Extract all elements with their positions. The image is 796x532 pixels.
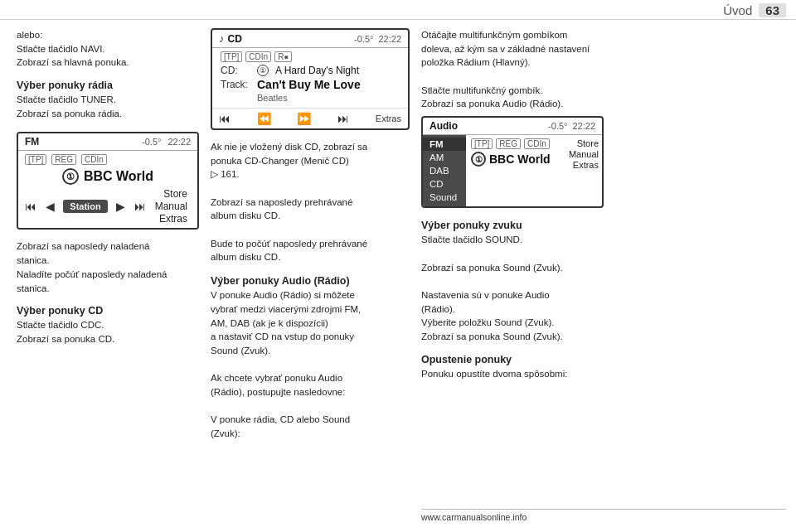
- cd-tag-r: R●: [274, 51, 292, 62]
- page-number: 63: [759, 3, 786, 17]
- fm-widget-header: FM -0.5° 22:22: [18, 133, 197, 151]
- cd-tag-tp: [TP]: [221, 51, 242, 62]
- fm-menu-extras[interactable]: Extras: [155, 213, 187, 225]
- audio-right-store[interactable]: Store: [569, 138, 599, 148]
- audio-time: 22:22: [572, 121, 595, 131]
- cd-value: A Hard Day's Night: [275, 65, 359, 76]
- cd-time: 22:22: [378, 34, 401, 44]
- fm-tags: [TP] REG CDIn: [25, 154, 191, 165]
- audio-right-manual[interactable]: Manual: [569, 149, 599, 159]
- fm-station-num: ①: [62, 168, 79, 185]
- cd-extras-btn[interactable]: Extras: [376, 114, 401, 123]
- fm-tag-reg: REG: [51, 154, 76, 165]
- intro-text-left: alebo: Stlačte tlačidlo NAVI. Zobrazí sa…: [17, 28, 199, 70]
- cd-section: Výber ponuky CD Stlačte tlačidlo CDC. Zo…: [17, 303, 199, 346]
- cd-title-row: ♪ CD: [219, 32, 242, 45]
- audio-widget: Audio -0.5° 22:22 FM AM DAB CD Sound [TP…: [421, 116, 604, 208]
- fm-menu-manual[interactable]: Manual: [155, 201, 187, 212]
- right-opustenie: Opustenie ponuky Ponuku opustíte dvoma s…: [421, 352, 786, 381]
- cd-tags: [TP] CDIn R●: [221, 51, 400, 62]
- audio-right-extras[interactable]: Extras: [569, 160, 599, 170]
- cd-prev-btn[interactable]: ⏮: [219, 112, 231, 125]
- audio-tag-cdin: CDIn: [524, 138, 550, 149]
- fm-menu-items: Store Manual Extras: [155, 188, 191, 225]
- below-widget-text: Zobrazí sa naposledy naladená stanica. N…: [17, 239, 199, 295]
- audio-menu-am[interactable]: AM: [423, 151, 466, 164]
- audio-main-col: [TP] REG CDIn ① BBC World: [466, 135, 565, 206]
- cd-freq: -0.5°: [354, 34, 373, 44]
- fm-prev-btn[interactable]: ⏮: [25, 200, 36, 213]
- audio-section-text: Výber ponuky Audio (Rádio) V ponuke Audi…: [211, 273, 410, 441]
- fm-widget-body: [TP] REG CDIn ① BBC World ⏮ ◀ Station ▶ …: [18, 151, 197, 228]
- audio-right-menu: Store Manual Extras: [565, 135, 602, 206]
- cd-tag-cdin: CDIn: [245, 51, 271, 62]
- audio-station-row: ① BBC World: [471, 152, 561, 167]
- audio-tag-reg: REG: [496, 138, 521, 149]
- right-body-text: Výber ponuky zvuku Stlačte tlačidlo SOUN…: [421, 218, 786, 344]
- station-button[interactable]: Station: [63, 200, 107, 213]
- cd-rew-btn[interactable]: ⏪: [257, 112, 271, 125]
- fm-menu-store[interactable]: Store: [155, 188, 187, 200]
- col-left: alebo: Stlačte tlačidlo NAVI. Zobrazí sa…: [17, 28, 199, 522]
- cd-info-right: -0.5° 22:22: [354, 34, 401, 44]
- fm-next-btn[interactable]: ⏭: [134, 200, 146, 213]
- right-intro-text: Otáčajte multifunkčným gombíkom doleva, …: [421, 28, 786, 111]
- cd-artist: Beatles: [257, 93, 288, 103]
- col-right: Otáčajte multifunkčným gombíkom doleva, …: [421, 28, 786, 522]
- cd-widget-body: [TP] CDIn R● CD: ① A Hard Day's Night Tr…: [212, 48, 408, 108]
- fm-tag-tp: [TP]: [25, 154, 46, 165]
- cd-track-row: CD: ① A Hard Day's Night: [221, 65, 400, 76]
- audio-menu-sound[interactable]: Sound: [423, 191, 466, 204]
- fm-freq: -0.5°: [142, 137, 161, 147]
- fm-station-info: ① BBC World: [25, 168, 191, 185]
- page-title: Úvod: [723, 3, 752, 17]
- cd-track-value: Can't Buy Me Love: [257, 78, 361, 91]
- cd-controls: ⏮ ⏪ ⏩ ⏭ Extras: [212, 108, 408, 128]
- audio-widget-header: Audio -0.5° 22:22: [423, 118, 602, 135]
- audio-tags-row: [TP] REG CDIn: [471, 138, 561, 149]
- fm-radio-widget: FM -0.5° 22:22 [TP] REG CDIn ① BBC World…: [17, 132, 199, 230]
- cd-label: CD: [228, 33, 242, 45]
- fm-tag-cdin: CDIn: [81, 154, 107, 165]
- audio-menu-dab[interactable]: DAB: [423, 164, 466, 177]
- audio-freq: -0.5°: [548, 121, 567, 131]
- cd-artist-row: Beatles: [221, 93, 400, 103]
- fm-station-name: BBC World: [84, 169, 153, 184]
- col-center: ♪ CD -0.5° 22:22 [TP] CDIn R● CD: ① A Ha…: [211, 28, 410, 522]
- audio-info-right: -0.5° 22:22: [548, 121, 595, 131]
- audio-station-badge: ①: [471, 152, 486, 167]
- audio-tag-tp: [TP]: [471, 138, 493, 149]
- fm-rew-btn[interactable]: ◀: [46, 200, 55, 213]
- main-content: alebo: Stlačte tlačidlo NAVI. Zobrazí sa…: [0, 20, 796, 527]
- audio-title: Audio: [430, 120, 458, 132]
- cd-widget: ♪ CD -0.5° 22:22 [TP] CDIn R● CD: ① A Ha…: [211, 28, 410, 130]
- cd-music-icon: ♪: [219, 32, 225, 45]
- fm-time: 22:22: [167, 137, 191, 147]
- footnote: www.carmanualsonline.info: [421, 509, 786, 522]
- audio-menu-cd[interactable]: CD: [423, 177, 466, 191]
- cd-next-btn[interactable]: ⏭: [337, 112, 349, 125]
- cd-fwd-btn[interactable]: ⏩: [297, 112, 311, 125]
- audio-menu-col: FM AM DAB CD Sound: [423, 135, 466, 206]
- fm-fwd-btn[interactable]: ▶: [116, 200, 125, 213]
- audio-menu-fm[interactable]: FM: [423, 138, 466, 151]
- audio-station-name: BBC World: [489, 152, 551, 166]
- cd-cd-label: CD:: [221, 65, 252, 76]
- cd-center-text: Ak nie je vložený disk CD, zobrazí sa po…: [211, 140, 410, 264]
- fm-info: -0.5° 22:22: [142, 137, 191, 147]
- tuner-section: Výber ponuky rádia Stlačte tlačidlo TUNE…: [17, 78, 199, 120]
- fm-controls: ⏮ ◀ Station ▶ ⏭ Store Manual Extras: [25, 188, 191, 225]
- fm-title: FM: [25, 136, 39, 148]
- cd-track2-row: Track: Can't Buy Me Love: [221, 78, 400, 91]
- audio-widget-body: FM AM DAB CD Sound [TP] REG CDIn ① BBC W…: [423, 135, 602, 206]
- cd-widget-header: ♪ CD -0.5° 22:22: [212, 30, 408, 48]
- cd-track-label: Track:: [221, 79, 252, 90]
- cd-note-circle: ①: [257, 65, 269, 76]
- page-header: Úvod 63: [0, 0, 796, 20]
